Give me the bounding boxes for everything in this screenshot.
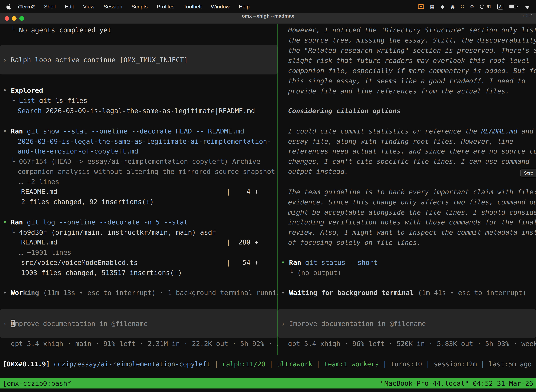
gear-icon[interactable]: ⚙ [470, 4, 474, 9]
menu-item-toolbelt[interactable]: Toolbelt [179, 4, 206, 9]
text-segment: references need actual files, and since … [288, 147, 536, 155]
grid-icon[interactable]: ▦ [430, 4, 435, 9]
pane-divider[interactable] [278, 24, 278, 355]
screen-recording-icon[interactable] [418, 4, 424, 9]
text-segment: README.md | 4 + [21, 187, 258, 195]
text-segment: | [312, 360, 324, 368]
text-segment: git log --oneline --decorate -n 5 --stat [27, 218, 188, 226]
menu-item-shell[interactable]: Shell [39, 4, 60, 9]
ran-git-show-line: • Ran git show --stat --oneline --decora… [0, 126, 278, 136]
text-segment: evidence. Since this change only affects… [288, 198, 536, 206]
input-source-icon[interactable]: A [497, 4, 503, 9]
text-segment: essay file, along with finding root file… [288, 137, 513, 145]
apple-menu[interactable] [6, 4, 11, 9]
text-segment: Ran [11, 127, 27, 135]
text-segment: › [3, 319, 11, 327]
text-segment: 1903 files changed, 513517 insertions(+) [21, 269, 182, 276]
window-shortcut-hint: ⌥⌘1 [521, 13, 533, 24]
gauge-icon[interactable]: .61 [480, 4, 491, 9]
diffstat-line: README.md | 4 + [0, 187, 278, 197]
terminal-pane-left[interactable]: └ No agents completed yet› Ralph loop ac… [0, 24, 278, 355]
text-segment: • [281, 258, 289, 266]
reasoning-line: However, I noticed the "Directory Struct… [278, 25, 536, 35]
text-segment: The team guideline is to back every impo… [288, 188, 536, 196]
reasoning-line: output instead. [278, 167, 536, 177]
menu-item-edit[interactable]: Edit [60, 4, 79, 9]
reasoning-line: The team guideline is to back every impo… [278, 187, 536, 197]
battery-icon[interactable] [509, 5, 518, 9]
reasoning-line: including verification notes with those … [278, 217, 536, 227]
text-segment: git status --short [305, 258, 378, 266]
text-segment: src/voice/voiceModeEnabled.ts | 54 + [21, 258, 258, 266]
text-segment: gpt-5.4 xhigh · 96% left · 520K in · 5.8… [288, 340, 536, 347]
text-segment: Wai [289, 289, 301, 296]
menu-item-iterm2[interactable]: iTerm2 [13, 4, 39, 9]
reasoning-line: the "Related research writing" section i… [278, 45, 536, 56]
reasoning-line: provide file and line references from th… [278, 86, 536, 96]
command-output-line: └ (no output) [278, 268, 536, 278]
prompt-input-left[interactable]: › Improve documentation in @filename [0, 309, 278, 338]
dots-icon[interactable]: ∷ [461, 4, 464, 9]
text-segment: | [211, 360, 222, 368]
screen-notification: Scre [521, 169, 536, 177]
text-segment: … +2 lines [19, 178, 59, 186]
terminal-pane-right[interactable]: However, I noticed the "Directory Struct… [278, 24, 536, 355]
menu-item-session[interactable]: Session [99, 4, 127, 9]
waiting-status-line: • Waiting for background terminal (1m 41… [278, 288, 536, 298]
menu-item-profiles[interactable]: Profiles [152, 4, 179, 9]
text-segment: Improve documentation in @filename [289, 319, 426, 327]
text-segment: 067f154 (HEAD -> essay/ai-reimplementati… [19, 157, 260, 165]
text-segment: However, I noticed the "Directory Struct… [288, 26, 536, 34]
text-segment: Considering citation options [288, 107, 401, 115]
menu-item-window[interactable]: Window [206, 4, 234, 9]
text-segment: › [281, 319, 289, 327]
text-segment: └ [289, 269, 297, 276]
wifi-icon[interactable] [524, 4, 530, 9]
text-segment: cczip/essay/ai-reimplementation-copyleft [54, 360, 211, 368]
omx-status-line: [OMX#0.11.9] cczip/essay/ai-reimplementa… [0, 359, 536, 369]
reasoning-line: references need actual files, and since … [278, 146, 536, 156]
target-icon[interactable]: ◉ [450, 4, 455, 9]
menu-item-scripts[interactable]: Scripts [127, 4, 152, 9]
text-segment: └ [11, 26, 19, 34]
reasoning-line: of focusing solely on file lines. [278, 238, 536, 248]
text-segment: 4b9d30f (origin/main, instructkr/main, m… [19, 228, 216, 236]
text-segment: Search [18, 107, 42, 115]
battery-fill [510, 5, 514, 8]
text-segment: including verification notes with those … [288, 218, 536, 226]
text-segment: • [3, 218, 11, 226]
text-segment: Ran [289, 258, 305, 266]
ran-git-log-line: • Ran git log --oneline --decorate -n 5 … [0, 217, 278, 227]
text-segment: No agents completed yet [19, 26, 111, 34]
diffstat-summary: 2 files changed, 92 insertions(+) [0, 197, 278, 207]
text-segment: › [3, 56, 11, 63]
text-segment: └ [11, 228, 19, 236]
text-segment: provide file and line references from th… [288, 87, 509, 95]
text-segment: slight risk that future readers may over… [288, 56, 530, 64]
agents-status-line: └ No agents completed yet [0, 25, 278, 35]
menu-item-view[interactable]: View [79, 4, 99, 9]
text-segment: companion file, especially if more comme… [288, 67, 536, 75]
reasoning-line: the source tree, missing the essay. Stil… [278, 35, 536, 45]
reasoning-line: this single essay, it seems like a good … [278, 76, 536, 86]
reasoning-heading: Considering citation options [278, 106, 536, 116]
battery-nub [517, 6, 518, 7]
shield-icon[interactable]: ◆ [441, 4, 445, 9]
elided-lines: … +2 lines [0, 177, 278, 187]
menu-item-help[interactable]: Help [234, 4, 254, 9]
text-segment: Ran [11, 218, 27, 226]
text-segment: I could cite commit statistics or refere… [288, 127, 481, 135]
text-segment: the source tree, missing the essay. Stil… [288, 36, 536, 44]
wifi-arc [526, 7, 528, 9]
diffstat-line: src/voice/voiceModeEnabled.ts | 54 + [0, 257, 278, 268]
diffstat-line: README.md | 280 + [0, 237, 278, 247]
window-title-bar[interactable]: omx --xhigh --madmax ⌥⌘1 [0, 13, 536, 24]
ralph-loop-banner: › Ralph loop active continue [OMX_TMUX_I… [0, 45, 278, 75]
menu-bar-status-icons: ▦◆◉∷⚙.61A [418, 4, 530, 9]
text-segment: the "Related research writing" section i… [288, 46, 536, 54]
text-segment: [OMX#0.11.9] [3, 360, 54, 368]
text-segment: └ [11, 97, 19, 104]
commit-line: └ 067f154 (HEAD -> essay/ai-reimplementa… [0, 156, 278, 167]
text-segment: Explored [11, 86, 43, 94]
prompt-input-right[interactable]: › Improve documentation in @filename [278, 309, 536, 338]
